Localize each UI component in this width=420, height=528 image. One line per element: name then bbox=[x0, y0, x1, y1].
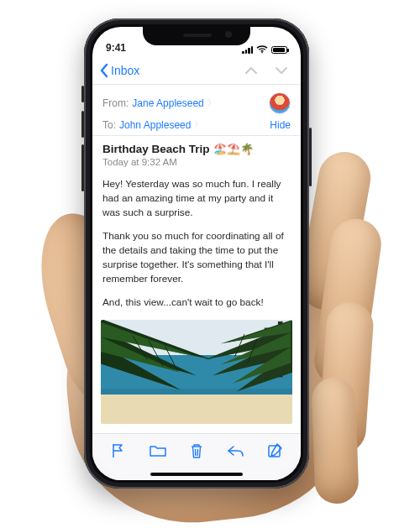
body-paragraph: Hey! Yesterday was so much fun. I really… bbox=[102, 177, 291, 219]
back-button[interactable]: Inbox bbox=[99, 63, 139, 78]
volume-down-button bbox=[81, 144, 84, 191]
from-name[interactable]: Jane Appleseed bbox=[132, 97, 203, 109]
notch bbox=[143, 27, 250, 45]
hide-button[interactable]: Hide bbox=[270, 119, 291, 131]
body-paragraph: And, this view...can't wait to go back! bbox=[102, 295, 291, 310]
home-indicator[interactable] bbox=[150, 473, 243, 476]
reply-icon[interactable] bbox=[226, 443, 244, 458]
from-label: From: bbox=[102, 97, 129, 109]
subject-date: Today at 9:32 AM bbox=[102, 157, 291, 167]
flag-icon[interactable] bbox=[110, 442, 127, 459]
message-body: Hey! Yesterday was so much fun. I really… bbox=[92, 172, 301, 310]
avatar[interactable] bbox=[269, 92, 291, 114]
bottom-toolbar bbox=[92, 433, 301, 480]
wifi-icon bbox=[256, 45, 268, 54]
to-label: To: bbox=[102, 119, 116, 131]
subject-emoji: 🏖️⛱️🌴 bbox=[213, 143, 254, 155]
battery-icon bbox=[271, 46, 287, 54]
volume-up-button bbox=[81, 111, 84, 138]
cell-signal-icon bbox=[242, 45, 253, 54]
back-label: Inbox bbox=[111, 64, 139, 77]
trash-icon[interactable] bbox=[189, 442, 204, 459]
to-name[interactable]: John Appleseed bbox=[119, 119, 191, 131]
status-time: 9:41 bbox=[106, 42, 126, 54]
prev-message-icon[interactable] bbox=[244, 65, 259, 76]
message-header: From: Jane Appleseed 〉 To: John Applesee… bbox=[92, 85, 301, 135]
chevron-right-icon: 〉 bbox=[194, 119, 202, 131]
mute-switch bbox=[81, 86, 84, 102]
body-paragraph: Thank you so much for coordinating all o… bbox=[102, 229, 291, 285]
subject-block: Birthday Beach Trip 🏖️⛱️🌴 Today at 9:32 … bbox=[92, 136, 301, 172]
power-button bbox=[309, 128, 312, 186]
attached-photo[interactable] bbox=[101, 320, 292, 424]
chevron-right-icon: 〉 bbox=[207, 97, 216, 109]
phone-device-frame: 9:41 Inbox bbox=[84, 18, 309, 489]
next-message-icon[interactable] bbox=[274, 65, 289, 76]
svg-point-0 bbox=[261, 52, 263, 54]
folder-icon[interactable] bbox=[149, 443, 167, 458]
nav-bar: Inbox bbox=[92, 57, 301, 84]
subject-title: Birthday Beach Trip bbox=[102, 143, 210, 155]
chevron-left-icon bbox=[99, 63, 109, 78]
compose-icon[interactable] bbox=[266, 442, 283, 459]
screen: 9:41 Inbox bbox=[92, 27, 301, 480]
